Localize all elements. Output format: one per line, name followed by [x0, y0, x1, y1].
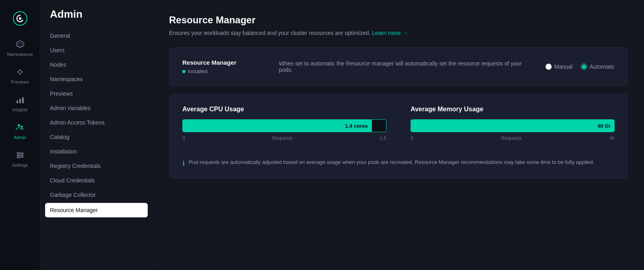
cpu-axis-right: 1.5: [380, 135, 386, 141]
settings-icon: [14, 149, 26, 161]
sidebar-item-installation[interactable]: Installation: [40, 144, 153, 159]
cpu-bar-fill: 1.4 cores: [183, 120, 372, 132]
memory-axis-center: Requests: [501, 135, 522, 141]
memory-axis: 0 Requests 40: [411, 135, 615, 141]
info-box: ℹ Pod requests are automatically adjuste…: [182, 151, 615, 167]
sidebar-item-nodes[interactable]: Nodes: [40, 57, 153, 72]
rm-card-top: Resource Manager Installed When set to a…: [182, 59, 615, 74]
subtitle-text: Ensures your workloads stay balanced and…: [169, 30, 370, 36]
cpu-axis: 0 Requests 1.5: [182, 135, 386, 141]
sidebar-item-garbage-collector[interactable]: Garbage Collector: [40, 188, 153, 202]
cpu-bar-container: 1.4 cores: [182, 119, 386, 132]
nav-item-admin[interactable]: Admin: [0, 117, 40, 145]
rm-description: When set to automatic the Resource manag…: [263, 60, 545, 73]
sidebar-item-catalog[interactable]: Catalog: [40, 130, 153, 144]
cpu-section: Average CPU Usage 1.4 cores 0 Requests 1…: [182, 106, 386, 141]
cpu-title: Average CPU Usage: [182, 106, 386, 113]
svg-rect-6: [19, 99, 21, 103]
status-dot-installed: [182, 70, 186, 73]
main-content: Resource Manager Ensures your workloads …: [153, 0, 644, 270]
option-manual[interactable]: Manual: [545, 63, 573, 70]
sidebar-item-users[interactable]: Users: [40, 43, 153, 57]
admin-icon: [14, 122, 26, 133]
nav-label-admin: Admin: [14, 135, 26, 140]
page-title: Resource Manager: [169, 14, 628, 26]
sidebar-item-admin-access-tokens[interactable]: Admin Access Tokens: [40, 115, 153, 130]
sidebar: Admin General Users Nodes Namespaces Pre…: [40, 0, 153, 270]
page-subtitle: Ensures your workloads stay balanced and…: [169, 30, 628, 36]
insights-icon: [14, 94, 26, 105]
svg-point-1: [19, 17, 21, 20]
nav-label-namespaces: Namespaces: [7, 52, 33, 57]
rm-status: Installed: [182, 68, 263, 74]
svg-point-8: [18, 124, 20, 127]
nav-label-settings: Settings: [12, 163, 28, 168]
memory-bar-fill: 40 Gi: [411, 120, 614, 132]
cpu-axis-left: 0: [182, 135, 185, 141]
sidebar-item-registry-credentials[interactable]: Registry Credentials: [40, 159, 153, 173]
option-automatic[interactable]: Automatic: [581, 63, 615, 70]
rm-card-title: Resource Manager: [182, 59, 263, 66]
rm-status-label: Installed: [188, 68, 207, 74]
svg-point-13: [17, 152, 19, 154]
label-automatic: Automatic: [590, 63, 615, 70]
nav-item-namespaces[interactable]: Namespaces: [0, 34, 40, 61]
rm-info: Resource Manager Installed: [182, 59, 263, 74]
rm-options: Manual Automatic: [545, 63, 615, 70]
svg-point-9: [21, 126, 23, 128]
app-logo[interactable]: [0, 5, 40, 34]
svg-point-14: [21, 154, 23, 156]
learn-more-link[interactable]: Learn more →: [372, 30, 408, 36]
svg-point-4: [19, 70, 22, 74]
memory-bar-container: 40 Gi: [411, 119, 615, 132]
sidebar-item-namespaces[interactable]: Namespaces: [40, 72, 153, 86]
svg-point-15: [17, 156, 19, 158]
previews-icon: [14, 66, 26, 78]
namespaces-icon: [14, 39, 26, 50]
memory-axis-left: 0: [411, 135, 413, 141]
nav-label-insights: Insights: [12, 107, 28, 112]
sidebar-item-admin-variables[interactable]: Admin Variables: [40, 101, 153, 115]
radio-automatic[interactable]: [581, 63, 587, 70]
sidebar-item-resource-manager[interactable]: Resource Manager: [45, 203, 148, 217]
memory-section: Average Memory Usage 40 Gi 0 Requests 40: [411, 106, 615, 141]
nav-label-previews: Previews: [11, 80, 29, 84]
memory-axis-right: 40: [609, 135, 615, 141]
sidebar-item-previews[interactable]: Previews: [40, 86, 153, 101]
nav-item-insights[interactable]: Insights: [0, 89, 40, 117]
memory-bar-label: 40 Gi: [597, 123, 610, 129]
sidebar-title: Admin: [40, 8, 153, 29]
info-text: Pod requests are automatically adjusted …: [189, 159, 594, 165]
cpu-axis-center: Requests: [272, 135, 293, 141]
sidebar-item-cloud-credentials[interactable]: Cloud Credentials: [40, 173, 153, 188]
usage-row: Average CPU Usage 1.4 cores 0 Requests 1…: [182, 106, 615, 141]
resource-manager-card: Resource Manager Installed When set to a…: [169, 47, 628, 86]
cpu-bar-label: 1.4 cores: [345, 123, 367, 129]
info-icon: ℹ: [182, 160, 185, 167]
svg-marker-3: [18, 43, 22, 47]
nav-item-settings[interactable]: Settings: [0, 145, 40, 172]
icon-navigation: Namespaces Previews Insights: [0, 0, 40, 270]
usage-card: Average CPU Usage 1.4 cores 0 Requests 1…: [169, 94, 628, 179]
radio-manual[interactable]: [545, 63, 552, 70]
label-manual: Manual: [554, 63, 573, 70]
svg-rect-7: [22, 97, 24, 103]
svg-rect-5: [17, 100, 18, 103]
sidebar-item-general[interactable]: General: [40, 29, 153, 43]
memory-title: Average Memory Usage: [411, 106, 615, 113]
nav-item-previews[interactable]: Previews: [0, 61, 40, 89]
